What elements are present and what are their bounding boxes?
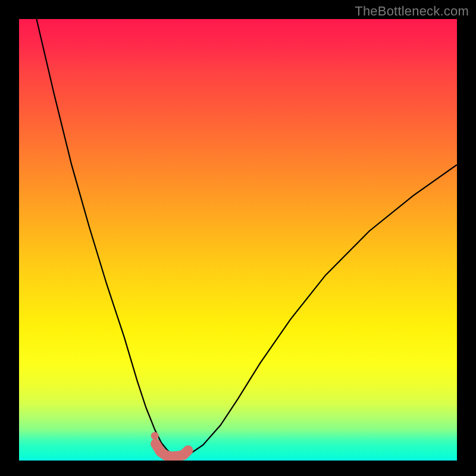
trough-highlight-path	[156, 444, 189, 457]
bottleneck-curve	[36, 19, 457, 456]
trough-highlight-dot	[151, 432, 159, 440]
outer-frame: TheBottleneck.com	[0, 0, 476, 476]
highlight-trough-markers	[151, 432, 188, 456]
watermark-text: TheBottleneck.com	[355, 4, 469, 19]
plot-area	[19, 19, 457, 461]
chart-svg	[19, 19, 457, 461]
